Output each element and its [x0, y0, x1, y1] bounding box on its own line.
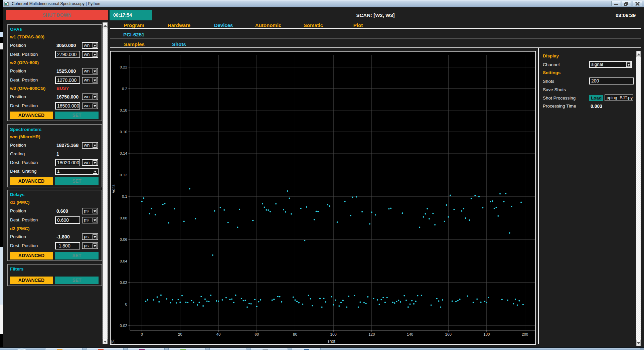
svg-text:0.08: 0.08: [120, 216, 127, 220]
svg-text:0.02: 0.02: [120, 281, 127, 285]
svg-text:200: 200: [522, 332, 528, 336]
svg-text:0: 0: [125, 302, 127, 306]
svg-text:-0.02: -0.02: [119, 324, 127, 328]
svg-text:60: 60: [255, 332, 259, 336]
svg-text:0.04: 0.04: [120, 259, 128, 263]
svg-text:0.12: 0.12: [120, 173, 127, 177]
svg-text:0.22: 0.22: [120, 65, 127, 69]
svg-text:120: 120: [368, 332, 375, 336]
svg-text:180: 180: [483, 332, 490, 336]
svg-text:0: 0: [141, 332, 143, 336]
svg-text:A: A: [112, 340, 114, 344]
svg-text:0.18: 0.18: [120, 108, 127, 112]
svg-text:0.06: 0.06: [120, 237, 127, 241]
svg-text:0.2: 0.2: [122, 87, 127, 91]
svg-text:160: 160: [445, 332, 452, 336]
svg-text:shot: shot: [327, 339, 335, 344]
svg-text:volts: volts: [111, 184, 116, 193]
svg-text:20: 20: [178, 332, 182, 336]
svg-text:0.14: 0.14: [120, 151, 128, 155]
svg-text:40: 40: [216, 332, 221, 336]
svg-text:0.1: 0.1: [122, 194, 127, 198]
svg-text:140: 140: [407, 332, 413, 336]
svg-text:0.16: 0.16: [120, 130, 127, 134]
svg-text:100: 100: [330, 332, 337, 336]
svg-text:80: 80: [293, 332, 297, 336]
